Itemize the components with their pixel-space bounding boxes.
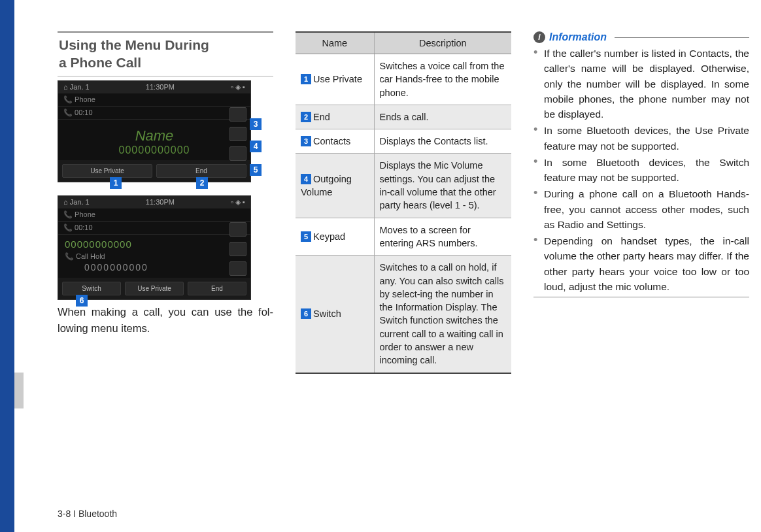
row-desc: Ends a call.	[374, 105, 511, 129]
information-heading: i Information	[533, 31, 749, 43]
in-call-screenshot-1: ⌂ Jan. 1 11:30PM ▫ ◈ ▪ 📞 Phone 📞 00:10 N…	[58, 80, 251, 182]
intro-paragraph: When making a call, you can use the fol-…	[58, 304, 273, 337]
page-content: Using the Menu During a Phone Call ⌂ Jan…	[58, 31, 751, 374]
section-title-line2: a Phone Call	[59, 55, 141, 70]
info-item: During a phone call on a Bluetooth Hands…	[533, 186, 749, 232]
section-title-line1: Using the Menu During	[59, 37, 209, 52]
row-num: 5	[301, 231, 311, 242]
phone-row: 📞 Phone	[58, 208, 250, 222]
row-num: 1	[301, 74, 311, 84]
timer-row: 📞 00:10	[58, 222, 250, 235]
caller-name: Name	[58, 127, 250, 144]
row-num: 3	[301, 136, 311, 146]
row-desc: Switches to a call on hold, if any. You …	[374, 256, 511, 373]
th-name: Name	[296, 32, 374, 54]
in-call-screenshot-2: ⌂ Jan. 1 11:30PM ▫ ◈ ▪ 📞 Phone 📞 00:10 0…	[58, 195, 251, 300]
row-name: Keypad	[313, 231, 345, 242]
status-home-icon: ⌂ Jan. 1	[63, 198, 90, 207]
callout-2: 2	[196, 177, 208, 189]
keypad-icon	[229, 146, 246, 161]
row-num: 2	[301, 112, 311, 122]
hold-call-number: 0000000000	[58, 262, 250, 278]
callout-3: 3	[250, 118, 262, 130]
row-desc: Moves to a screen for entering ARS numbe…	[374, 218, 511, 256]
feature-table: Name Description 1Use Private Switches a…	[296, 31, 511, 374]
info-icon: i	[533, 31, 545, 43]
information-list: If the caller's number is listed in Cont…	[533, 46, 749, 294]
row-desc: Displays the Contacts list.	[374, 129, 511, 154]
phone-row: 📞 Phone	[58, 93, 250, 107]
contacts-icon	[229, 107, 246, 122]
timer-row: 📞 00:10	[58, 107, 250, 120]
callout-5: 5	[250, 164, 262, 176]
column-3: i Information If the caller's number is …	[533, 31, 749, 374]
callout-4: 4	[250, 141, 262, 152]
info-end-rule	[533, 297, 749, 297]
switch-button: Switch	[62, 282, 121, 295]
volume-icon	[229, 127, 246, 141]
info-title: Information	[549, 31, 607, 43]
row-name: Switch	[313, 308, 341, 319]
end-button: End	[188, 282, 246, 295]
row-name: End	[313, 112, 330, 122]
status-time: 11:30PM	[146, 198, 175, 207]
use-private-button: Use Private	[125, 282, 184, 295]
call-hold-label: 📞 Call Hold	[58, 251, 250, 262]
status-signal-icon: ▫ ◈ ▪	[231, 83, 245, 91]
info-item: If the caller's number is listed in Cont…	[533, 46, 749, 122]
page-footer: 3-8 I Bluetooth	[58, 508, 117, 519]
caller-number: 00000000000	[58, 144, 250, 156]
column-2: Name Description 1Use Private Switches a…	[296, 31, 511, 374]
status-time: 11:30PM	[146, 83, 175, 91]
volume-icon	[229, 242, 246, 256]
section-title: Using the Menu During a Phone Call	[58, 31, 273, 76]
row-desc: Switches a voice call from the car Hands…	[374, 54, 511, 105]
row-num: 6	[301, 308, 311, 319]
info-item: In some Bluetooth devices, the Use Priva…	[533, 123, 749, 154]
column-1: Using the Menu During a Phone Call ⌂ Jan…	[58, 31, 273, 374]
row-desc: Displays the Mic Volume settings. You ca…	[374, 154, 511, 218]
info-item: Depending on handset types, the in-call …	[533, 233, 749, 294]
info-item: In some Bluetooth devices, the Switch fe…	[533, 155, 749, 186]
row-name: Contacts	[313, 136, 350, 146]
keypad-icon	[229, 261, 246, 276]
callout-6: 6	[76, 295, 88, 307]
status-home-icon: ⌂ Jan. 1	[63, 83, 90, 91]
row-name: Use Private	[313, 74, 362, 84]
callout-1: 1	[110, 177, 122, 189]
th-desc: Description	[374, 32, 511, 54]
contacts-icon	[229, 222, 246, 237]
status-signal-icon: ▫ ◈ ▪	[231, 198, 245, 207]
use-private-button: Use Private	[62, 164, 152, 178]
end-button: End	[156, 164, 246, 178]
side-gray-tab	[14, 373, 24, 408]
row-num: 4	[301, 174, 311, 184]
active-call-number: 00000000000	[58, 235, 250, 251]
side-blue-bar	[0, 0, 14, 532]
